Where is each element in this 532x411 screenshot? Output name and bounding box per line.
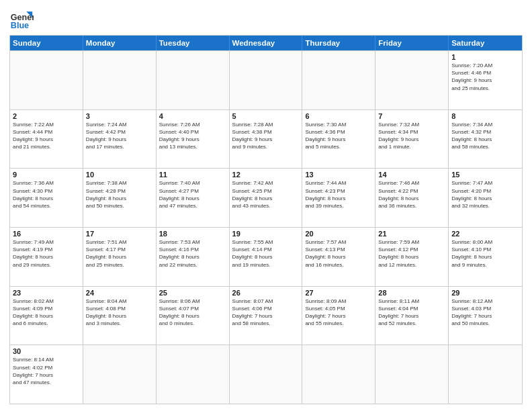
week-row: 30Sunrise: 8:14 AM Sunset: 4:02 PM Dayli…	[10, 345, 522, 404]
calendar-cell: 11Sunrise: 7:40 AM Sunset: 4:27 PM Dayli…	[157, 169, 230, 227]
calendar-cell	[230, 51, 303, 109]
calendar-cell: 21Sunrise: 7:59 AM Sunset: 4:12 PM Dayli…	[375, 228, 449, 286]
cell-date: 29	[451, 289, 519, 297]
calendar-cell: 7Sunrise: 7:32 AM Sunset: 4:34 PM Daylig…	[375, 110, 449, 169]
calendar: SundayMondayTuesdayWednesdayThursdayFrid…	[9, 35, 523, 404]
cell-info: Sunrise: 7:36 AM Sunset: 4:30 PM Dayligh…	[13, 179, 80, 210]
cell-date: 21	[378, 230, 445, 238]
cell-info: Sunrise: 7:40 AM Sunset: 4:27 PM Dayligh…	[159, 179, 226, 210]
page: General Blue SundayMondayTuesdayWednesda…	[0, 0, 532, 411]
calendar-cell: 3Sunrise: 7:24 AM Sunset: 4:42 PM Daylig…	[83, 110, 157, 169]
cell-date: 3	[86, 112, 153, 120]
cell-info: Sunrise: 8:00 AM Sunset: 4:10 PM Dayligh…	[451, 238, 519, 269]
cell-date: 6	[305, 112, 372, 120]
calendar-cell	[10, 51, 83, 109]
calendar-cell	[375, 51, 449, 109]
cell-info: Sunrise: 8:04 AM Sunset: 4:08 PM Dayligh…	[86, 298, 153, 328]
cell-info: Sunrise: 8:11 AM Sunset: 4:04 PM Dayligh…	[378, 298, 445, 328]
calendar-cell: 4Sunrise: 7:26 AM Sunset: 4:40 PM Daylig…	[157, 110, 230, 169]
cell-date: 10	[86, 171, 153, 179]
cell-info: Sunrise: 7:20 AM Sunset: 4:46 PM Dayligh…	[451, 62, 519, 92]
cell-info: Sunrise: 8:12 AM Sunset: 4:03 PM Dayligh…	[451, 298, 519, 328]
calendar-cell: 20Sunrise: 7:57 AM Sunset: 4:13 PM Dayli…	[302, 228, 375, 286]
cell-date: 1	[451, 53, 519, 61]
cell-info: Sunrise: 8:14 AM Sunset: 4:02 PM Dayligh…	[13, 356, 80, 386]
cell-info: Sunrise: 7:51 AM Sunset: 4:17 PM Dayligh…	[86, 238, 153, 269]
cell-date: 20	[305, 230, 372, 238]
day-header: Friday	[375, 36, 449, 50]
day-header: Sunday	[10, 36, 83, 50]
cell-date: 22	[451, 230, 519, 238]
day-headers: SundayMondayTuesdayWednesdayThursdayFrid…	[10, 36, 522, 50]
cell-date: 13	[305, 171, 372, 179]
week-row: 2Sunrise: 7:22 AM Sunset: 4:44 PM Daylig…	[10, 109, 522, 169]
cell-date: 14	[378, 171, 445, 179]
cell-info: Sunrise: 7:47 AM Sunset: 4:20 PM Dayligh…	[451, 179, 519, 210]
cell-info: Sunrise: 7:26 AM Sunset: 4:40 PM Dayligh…	[159, 121, 226, 151]
cell-info: Sunrise: 8:06 AM Sunset: 4:07 PM Dayligh…	[159, 298, 226, 328]
calendar-cell: 25Sunrise: 8:06 AM Sunset: 4:07 PM Dayli…	[157, 287, 230, 345]
calendar-cell: 22Sunrise: 8:00 AM Sunset: 4:10 PM Dayli…	[449, 228, 522, 286]
calendar-cell: 10Sunrise: 7:38 AM Sunset: 4:28 PM Dayli…	[83, 169, 157, 227]
calendar-cell: 16Sunrise: 7:49 AM Sunset: 4:19 PM Dayli…	[10, 228, 83, 286]
cell-date: 30	[13, 347, 80, 355]
calendar-cell: 23Sunrise: 8:02 AM Sunset: 4:09 PM Dayli…	[10, 287, 83, 345]
calendar-cell	[230, 345, 303, 404]
calendar-cell	[83, 345, 157, 404]
day-header: Thursday	[302, 36, 375, 50]
cell-info: Sunrise: 7:53 AM Sunset: 4:16 PM Dayligh…	[159, 238, 226, 269]
calendar-cell	[302, 345, 375, 404]
cell-info: Sunrise: 8:09 AM Sunset: 4:05 PM Dayligh…	[305, 298, 372, 328]
day-header: Wednesday	[230, 36, 303, 50]
cell-date: 16	[13, 230, 80, 238]
cell-date: 28	[378, 289, 445, 297]
cell-date: 9	[13, 171, 80, 179]
calendar-cell	[83, 51, 157, 109]
calendar-cell: 24Sunrise: 8:04 AM Sunset: 4:08 PM Dayli…	[83, 287, 157, 345]
cell-info: Sunrise: 7:22 AM Sunset: 4:44 PM Dayligh…	[13, 121, 80, 151]
cell-date: 2	[13, 112, 80, 120]
cell-date: 11	[159, 171, 226, 179]
cell-date: 18	[159, 230, 226, 238]
cell-info: Sunrise: 7:28 AM Sunset: 4:38 PM Dayligh…	[232, 121, 300, 151]
calendar-cell	[157, 345, 230, 404]
calendar-cell: 14Sunrise: 7:46 AM Sunset: 4:22 PM Dayli…	[375, 169, 449, 227]
cell-info: Sunrise: 7:30 AM Sunset: 4:36 PM Dayligh…	[305, 121, 372, 151]
calendar-cell: 27Sunrise: 8:09 AM Sunset: 4:05 PM Dayli…	[302, 287, 375, 345]
calendar-cell: 5Sunrise: 7:28 AM Sunset: 4:38 PM Daylig…	[230, 110, 303, 169]
cell-date: 4	[159, 112, 226, 120]
cell-info: Sunrise: 8:07 AM Sunset: 4:06 PM Dayligh…	[232, 298, 300, 328]
calendar-cell: 26Sunrise: 8:07 AM Sunset: 4:06 PM Dayli…	[230, 287, 303, 345]
calendar-cell	[302, 51, 375, 109]
cell-info: Sunrise: 7:38 AM Sunset: 4:28 PM Dayligh…	[86, 179, 153, 210]
cell-date: 24	[86, 289, 153, 297]
calendar-cell: 2Sunrise: 7:22 AM Sunset: 4:44 PM Daylig…	[10, 110, 83, 169]
week-row: 16Sunrise: 7:49 AM Sunset: 4:19 PM Dayli…	[10, 227, 522, 286]
cell-date: 12	[232, 171, 300, 179]
day-header: Saturday	[449, 36, 522, 50]
week-row: 23Sunrise: 8:02 AM Sunset: 4:09 PM Dayli…	[10, 286, 522, 345]
day-header: Tuesday	[157, 36, 230, 50]
cell-info: Sunrise: 7:42 AM Sunset: 4:25 PM Dayligh…	[232, 179, 300, 210]
calendar-cell: 9Sunrise: 7:36 AM Sunset: 4:30 PM Daylig…	[10, 169, 83, 227]
header: General Blue	[9, 7, 523, 31]
cell-date: 15	[451, 171, 519, 179]
calendar-cell	[157, 51, 230, 109]
calendar-cell: 1Sunrise: 7:20 AM Sunset: 4:46 PM Daylig…	[449, 51, 522, 109]
cell-date: 25	[159, 289, 226, 297]
calendar-cell: 17Sunrise: 7:51 AM Sunset: 4:17 PM Dayli…	[83, 228, 157, 286]
calendar-cell: 28Sunrise: 8:11 AM Sunset: 4:04 PM Dayli…	[375, 287, 449, 345]
day-header: Monday	[83, 36, 157, 50]
calendar-cell: 30Sunrise: 8:14 AM Sunset: 4:02 PM Dayli…	[10, 345, 83, 404]
calendar-cell	[375, 345, 449, 404]
cell-date: 19	[232, 230, 300, 238]
calendar-cell: 12Sunrise: 7:42 AM Sunset: 4:25 PM Dayli…	[230, 169, 303, 227]
week-row: 1Sunrise: 7:20 AM Sunset: 4:46 PM Daylig…	[10, 50, 522, 109]
cell-info: Sunrise: 7:55 AM Sunset: 4:14 PM Dayligh…	[232, 238, 300, 269]
cell-info: Sunrise: 7:24 AM Sunset: 4:42 PM Dayligh…	[86, 121, 153, 151]
calendar-cell: 8Sunrise: 7:34 AM Sunset: 4:32 PM Daylig…	[449, 110, 522, 169]
cell-date: 26	[232, 289, 300, 297]
calendar-cell: 18Sunrise: 7:53 AM Sunset: 4:16 PM Dayli…	[157, 228, 230, 286]
cell-date: 17	[86, 230, 153, 238]
cell-date: 27	[305, 289, 372, 297]
